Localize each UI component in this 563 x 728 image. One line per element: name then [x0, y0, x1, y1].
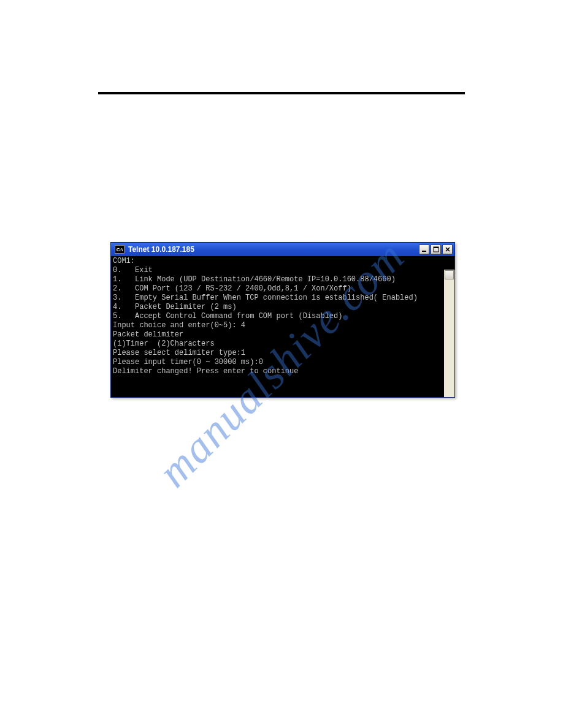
terminal-line: Please input timer(0 ~ 30000 ms):0 [113, 358, 453, 367]
terminal-line: 5. Accept Control Command from COM port … [113, 312, 453, 321]
terminal-line: 3. Empty Serial Buffer When TCP connecti… [113, 294, 453, 303]
terminal-line: Input choice and enter(0~5): 4 [113, 321, 453, 330]
terminal-line: COM1: [113, 257, 453, 266]
terminal-line: Please select delimiter type:1 [113, 349, 453, 358]
telnet-window: C:\ Telnet 10.0.187.185 COM1:0. Exit1. L… [110, 242, 455, 398]
page-divider [98, 92, 465, 94]
terminal-line: 4. Packet Delimiter (2 ms) [113, 303, 453, 312]
maximize-button[interactable] [431, 245, 441, 254]
minimize-button[interactable] [419, 245, 429, 254]
command-prompt-icon: C:\ [115, 245, 124, 254]
scrollbar-vertical[interactable] [444, 270, 454, 397]
terminal-line: 1. Link Mode (UDP Destination/4660/Remot… [113, 275, 453, 284]
terminal-line: Delimiter changed! Press enter to contin… [113, 367, 453, 376]
window-titlebar[interactable]: C:\ Telnet 10.0.187.185 [111, 243, 454, 256]
terminal-line: 0. Exit [113, 266, 453, 275]
terminal-line: Packet delimiter [113, 330, 453, 339]
scroll-up-icon[interactable] [445, 270, 454, 279]
terminal-line: 2. COM Port (123 / RS-232 / 2400,Odd,8,1… [113, 284, 453, 294]
terminal-area: COM1:0. Exit1. Link Mode (UDP Destinatio… [111, 256, 454, 397]
close-button[interactable] [442, 245, 453, 254]
svg-rect-2 [434, 247, 439, 248]
terminal-output[interactable]: COM1:0. Exit1. Link Mode (UDP Destinatio… [111, 256, 454, 397]
svg-rect-0 [422, 251, 426, 252]
terminal-line: (1)Timer (2)Characters [113, 339, 453, 349]
window-controls [419, 245, 453, 254]
window-title: Telnet 10.0.187.185 [128, 245, 419, 254]
